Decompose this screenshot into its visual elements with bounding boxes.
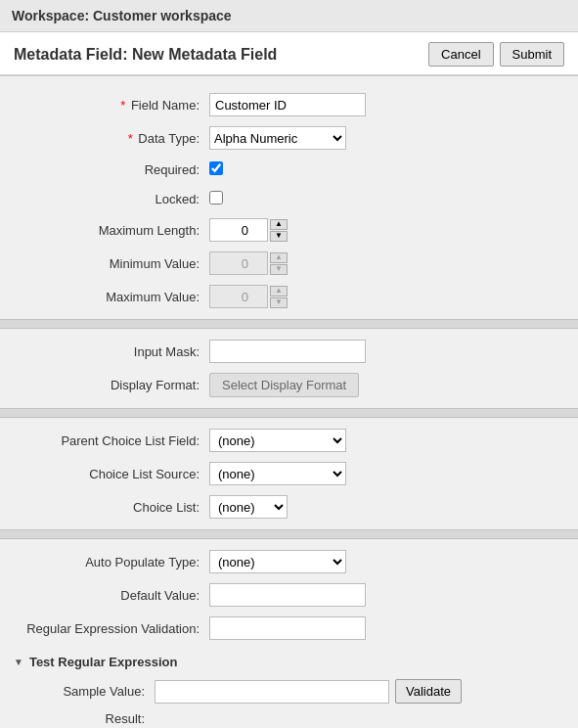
regex-row: Regular Expression Validation: bbox=[0, 612, 578, 645]
max-value-wrap: ▲ ▼ bbox=[209, 285, 564, 308]
min-value-down[interactable]: ▼ bbox=[270, 264, 288, 275]
data-type-select[interactable]: Alpha Numeric Numeric Date Boolean bbox=[209, 126, 346, 150]
input-mask-label: Input Mask: bbox=[14, 344, 209, 359]
test-regex-header[interactable]: ▼ Test Regular Expression bbox=[14, 651, 564, 675]
header-buttons: Cancel Submit bbox=[428, 42, 564, 67]
min-value-control: ▲ ▼ bbox=[209, 251, 564, 275]
divider-2 bbox=[0, 408, 578, 418]
regex-control bbox=[209, 616, 564, 640]
locked-label: Locked: bbox=[14, 192, 209, 206]
required-control bbox=[209, 161, 564, 178]
validate-button[interactable]: Validate bbox=[395, 679, 462, 704]
auto-populate-row: Auto Populate Type: (none) bbox=[0, 545, 578, 578]
choice-list-source-control: (none) bbox=[209, 462, 564, 485]
choice-list-select[interactable]: (none) bbox=[209, 495, 288, 519]
test-regex-title: Test Regular Expression bbox=[29, 655, 177, 669]
display-format-label: Display Format: bbox=[14, 378, 209, 392]
data-type-required-star: * bbox=[128, 131, 133, 146]
data-type-row: * Data Type: Alpha Numeric Numeric Date … bbox=[0, 121, 578, 155]
max-length-wrap: ▲ ▼ bbox=[209, 218, 564, 242]
max-length-spinners: ▲ ▼ bbox=[270, 219, 288, 242]
min-value-row: Minimum Value: ▲ ▼ bbox=[0, 247, 578, 280]
locked-checkbox[interactable] bbox=[209, 191, 223, 205]
regex-label: Regular Expression Validation: bbox=[14, 621, 209, 636]
min-value-spinners: ▲ ▼ bbox=[270, 252, 288, 275]
display-format-control: Select Display Format bbox=[209, 373, 564, 397]
parent-choice-label: Parent Choice List Field: bbox=[14, 433, 209, 448]
field-name-required-star: * bbox=[120, 98, 125, 113]
data-type-label: * Data Type: bbox=[14, 131, 209, 146]
max-length-label: Maximum Length: bbox=[14, 223, 209, 238]
required-label: Required: bbox=[14, 162, 209, 177]
locked-control bbox=[209, 191, 564, 207]
choice-list-control: (none) bbox=[209, 495, 564, 519]
max-value-spinners: ▲ ▼ bbox=[270, 286, 288, 308]
max-value-label: Maximum Value: bbox=[14, 290, 209, 304]
data-type-control: Alpha Numeric Numeric Date Boolean bbox=[209, 126, 564, 150]
auto-populate-control: (none) bbox=[209, 550, 564, 573]
max-length-row: Maximum Length: ▲ ▼ bbox=[0, 213, 578, 247]
max-length-input[interactable] bbox=[209, 218, 268, 242]
result-row: Result: bbox=[27, 707, 564, 728]
display-format-row: Display Format: Select Display Format bbox=[0, 368, 578, 402]
required-row: Required: bbox=[0, 155, 578, 184]
result-label: Result: bbox=[27, 711, 155, 726]
choice-list-source-label: Choice List Source: bbox=[14, 467, 209, 481]
workspace-title: Workspace: Customer workspace bbox=[0, 0, 578, 32]
max-length-down[interactable]: ▼ bbox=[270, 231, 288, 242]
max-value-control: ▲ ▼ bbox=[209, 285, 564, 308]
min-value-up[interactable]: ▲ bbox=[270, 252, 288, 263]
parent-choice-select[interactable]: (none) bbox=[209, 429, 346, 452]
min-value-wrap: ▲ ▼ bbox=[209, 251, 564, 275]
field-name-row: * Field Name: bbox=[0, 88, 578, 121]
divider-1 bbox=[0, 319, 578, 329]
max-value-row: Maximum Value: ▲ ▼ bbox=[0, 280, 578, 313]
parent-choice-control: (none) bbox=[209, 429, 564, 452]
sample-value-label: Sample Value: bbox=[27, 684, 155, 699]
default-value-control bbox=[209, 583, 564, 607]
max-value-up[interactable]: ▲ bbox=[270, 286, 288, 296]
test-regex-section: ▼ Test Regular Expression Sample Value: … bbox=[0, 645, 578, 728]
select-display-format-button[interactable]: Select Display Format bbox=[209, 373, 359, 397]
input-mask-input[interactable] bbox=[209, 340, 366, 363]
min-value-input[interactable] bbox=[209, 251, 268, 275]
choice-list-source-select[interactable]: (none) bbox=[209, 462, 346, 485]
field-name-label: * Field Name: bbox=[14, 98, 209, 113]
auto-populate-select[interactable]: (none) bbox=[209, 550, 346, 573]
choice-list-source-row: Choice List Source: (none) bbox=[0, 457, 578, 490]
max-value-input[interactable] bbox=[209, 285, 268, 308]
choice-list-row: Choice List: (none) bbox=[0, 490, 578, 523]
min-value-label: Minimum Value: bbox=[14, 256, 209, 271]
default-value-input[interactable] bbox=[209, 583, 366, 607]
parent-choice-row: Parent Choice List Field: (none) bbox=[0, 424, 578, 457]
cancel-button[interactable]: Cancel bbox=[428, 42, 493, 67]
input-mask-row: Input Mask: bbox=[0, 335, 578, 368]
max-value-down[interactable]: ▼ bbox=[270, 297, 288, 308]
page-header: Metadata Field: New Metadata Field Cance… bbox=[0, 32, 578, 76]
test-regex-fields: Sample Value: Validate Result: bbox=[14, 675, 564, 728]
regex-input[interactable] bbox=[209, 616, 366, 640]
sample-value-row: Sample Value: Validate bbox=[27, 675, 564, 707]
submit-button[interactable]: Submit bbox=[500, 42, 564, 67]
form-body: * Field Name: * Data Type: Alpha Numeric… bbox=[0, 76, 578, 728]
default-value-label: Default Value: bbox=[14, 588, 209, 603]
field-name-control bbox=[209, 93, 564, 116]
choice-list-label: Choice List: bbox=[14, 500, 209, 515]
default-value-row: Default Value: bbox=[0, 578, 578, 612]
triangle-icon: ▼ bbox=[14, 657, 23, 667]
max-length-up[interactable]: ▲ bbox=[270, 219, 288, 230]
field-name-input[interactable] bbox=[209, 93, 366, 116]
max-length-control: ▲ ▼ bbox=[209, 218, 564, 242]
input-mask-control bbox=[209, 340, 564, 363]
page-title: Metadata Field: New Metadata Field bbox=[14, 46, 277, 64]
sample-value-input[interactable] bbox=[155, 680, 389, 704]
divider-3 bbox=[0, 529, 578, 539]
locked-row: Locked: bbox=[0, 184, 578, 213]
required-checkbox[interactable] bbox=[209, 161, 223, 175]
auto-populate-label: Auto Populate Type: bbox=[14, 555, 209, 569]
